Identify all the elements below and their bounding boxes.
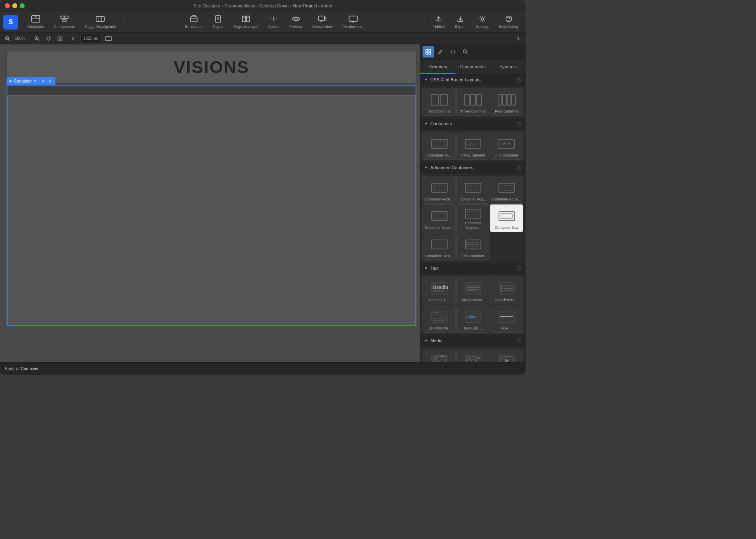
toolbar-page-manager[interactable]: Page Manager — [230, 14, 262, 30]
section-containers[interactable]: ▼ Containers ? — [420, 118, 526, 129]
toolbar-preview-on[interactable]: ... Preview on... — [338, 14, 368, 30]
toggle-breakpoints-icon — [96, 15, 105, 24]
text-link-icon: Link — [458, 308, 487, 325]
element-blockquote[interactable]: " " Blockquote — [423, 305, 456, 333]
element-html-element[interactable]: </> HTML Element — [456, 132, 489, 160]
container-copy-button[interactable]: ⧉ — [40, 78, 46, 84]
element-picture[interactable]: 4+3 Picture 4+3 ... — [423, 349, 456, 362]
element-container-aque[interactable]: Container Aque... — [490, 176, 523, 204]
breadcrumb-body[interactable]: Body — [5, 366, 14, 371]
close-button[interactable] — [5, 3, 10, 8]
section-advanced-help[interactable]: ? — [516, 165, 522, 170]
toolbar-guides[interactable]: Guides — [264, 14, 284, 30]
svg-rect-52 — [464, 94, 469, 105]
element-video-platform[interactable]: Video Platform — [490, 349, 523, 362]
element-link-container[interactable]: Link Container — [490, 132, 523, 160]
zoom-out-button[interactable] — [3, 35, 11, 43]
svg-text:4+3: 4+3 — [441, 354, 447, 358]
center-canvas-button[interactable] — [56, 35, 64, 43]
toolbar-settings[interactable]: Settings — [472, 14, 494, 30]
preview-label: Preview — [290, 25, 303, 29]
canvas-container-body[interactable] — [7, 95, 416, 325]
section-containers-help[interactable]: ? — [516, 121, 522, 127]
section-text-help[interactable]: ? — [516, 265, 522, 271]
element-four-columns[interactable]: Four Columns — [490, 88, 523, 116]
section-advanced-containers[interactable]: ▼ Advanced Containers ? — [420, 162, 526, 173]
svg-point-48 — [463, 50, 466, 53]
minimize-button[interactable] — [12, 3, 17, 8]
element-container-cv[interactable]: Container cv... — [423, 132, 456, 160]
collapse-left-button[interactable] — [69, 35, 77, 43]
canvas-selected-container[interactable]: ⊞ Container ▼ ⧉ ✕ — [7, 85, 416, 326]
element-container-scro[interactable]: Container Scro... — [423, 233, 456, 260]
section-media-help[interactable]: ? — [516, 338, 522, 343]
device-view-label: Device View — [313, 25, 333, 29]
toolbar-publish[interactable]: Publish — [428, 14, 449, 30]
reset-zoom-button[interactable] — [44, 35, 53, 43]
element-text-link[interactable]: Link Text Link ... — [456, 305, 489, 333]
canvas-area[interactable]: VISIONS ⊞ Container ▼ ⧉ ✕ — [0, 44, 420, 362]
maximize-button[interactable] — [20, 3, 25, 8]
tab-symbols[interactable]: Symbols — [490, 60, 526, 74]
panel-edit-mode-button[interactable] — [435, 46, 446, 58]
collapse-right-button[interactable] — [514, 35, 522, 43]
toolbar-export[interactable]: Export — [450, 14, 470, 30]
element-container-adce[interactable]: Container Adce... — [423, 176, 456, 204]
tab-elements[interactable]: Elements — [420, 60, 455, 74]
svg-rect-45 — [429, 49, 431, 51]
tab-components[interactable]: Components — [455, 60, 491, 74]
element-container-nav[interactable]: Container Nav — [490, 204, 523, 232]
zoom-in-button[interactable] — [33, 35, 41, 43]
picture-icon: 4+3 — [425, 352, 454, 362]
element-paragraph[interactable]: Paragraph to... — [456, 276, 489, 304]
toolbar-help-dialog[interactable]: Help Dialog — [495, 14, 522, 30]
svg-point-84 — [466, 246, 467, 246]
right-panel: Elements Components Symbols ▼ CSS Grid B… — [420, 44, 526, 362]
panel-grid-view-button[interactable] — [423, 46, 434, 58]
toolbar-preview[interactable]: Preview — [285, 14, 307, 30]
svg-point-21 — [295, 18, 297, 20]
element-three-columns[interactable]: Three Columns — [456, 88, 489, 116]
svg-rect-89 — [465, 283, 481, 294]
text-link-label: Text Link ... — [464, 326, 483, 331]
section-css-grid[interactable]: ▼ CSS Grid Based Layouts ? — [420, 74, 526, 85]
element-container-aco[interactable]: Container Aco... — [456, 176, 489, 204]
section-media[interactable]: ▼ Media ? — [420, 335, 526, 346]
toolbar-components[interactable]: Components — [50, 14, 79, 30]
right-panel-header: Elements Components Symbols — [420, 44, 526, 74]
toolbar-resources[interactable]: Resources — [181, 14, 207, 30]
element-container-naae[interactable]: Container Naae... — [423, 204, 456, 232]
element-list-container[interactable]: List Container — [456, 233, 489, 260]
panel-code-view-button[interactable] — [447, 46, 459, 58]
section-text[interactable]: ▼ Text ? — [420, 263, 526, 274]
rule-icon — [492, 308, 521, 325]
app-logo[interactable]: S — [3, 15, 18, 30]
panel-search-button[interactable] — [460, 46, 471, 58]
svg-text:</>: </> — [467, 142, 475, 147]
section-media-title: Media — [430, 338, 443, 343]
element-picture-link[interactable]: Picture Lin... — [456, 349, 489, 362]
svg-rect-74 — [499, 212, 515, 221]
pages-icon — [215, 15, 221, 24]
settings-label: Settings — [476, 25, 489, 29]
list-container-icon — [458, 235, 487, 253]
toolbar-toggle-breakpoints[interactable]: Toggle Breakpoints — [80, 14, 120, 30]
container-aque-icon — [492, 179, 521, 196]
toolbar-templates[interactable]: Templates — [23, 14, 48, 30]
container-label-arrow[interactable]: ▼ — [33, 79, 37, 83]
breadcrumb-container[interactable]: Container — [21, 366, 39, 371]
svg-rect-67 — [467, 185, 479, 190]
svg-rect-53 — [471, 94, 476, 105]
container-delete-button[interactable]: ✕ — [47, 78, 53, 84]
traffic-lights — [5, 3, 25, 8]
element-heading-1[interactable]: Heading Heading 1 ... — [423, 276, 456, 304]
toolbar-device-view[interactable]: Device View — [308, 14, 337, 30]
element-unordered-list[interactable]: Unordered L... — [490, 276, 523, 304]
device-type-icon — [104, 35, 113, 43]
section-css-grid-help[interactable]: ? — [516, 77, 522, 83]
element-rule[interactable]: Rule ... — [490, 305, 523, 333]
element-container-naeno[interactable]: Container Naeno... — [456, 204, 489, 232]
media-items: 4+3 Picture 4+3 ... — [420, 346, 526, 362]
toolbar-pages[interactable]: Pages — [208, 14, 228, 30]
element-two-columns[interactable]: Two Columns — [423, 88, 456, 116]
